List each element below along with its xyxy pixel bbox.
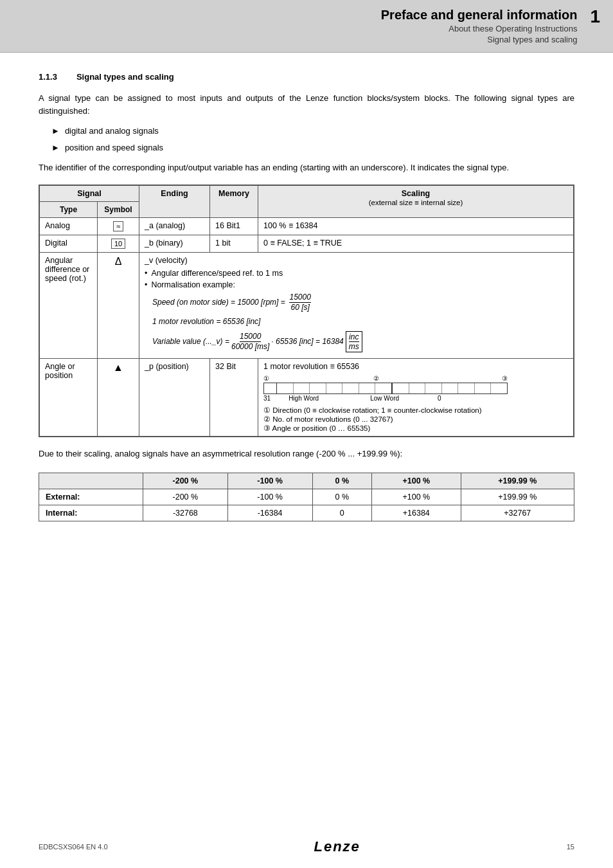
angular-bullet1: • Angular difference/speed ref. to 1 ms bbox=[145, 269, 568, 278]
var-unit-box: inc ms bbox=[346, 331, 362, 352]
td-analog-memory: 16 Bit1 bbox=[210, 217, 258, 235]
speed-fraction: 15000 60 [s] bbox=[289, 293, 310, 312]
bit-labels-top: ① ② ③ bbox=[263, 375, 508, 382]
scaling-paragraph: Due to their scaling, analog signals hav… bbox=[39, 448, 574, 460]
scaling-int-0: 0 bbox=[312, 505, 372, 521]
page-footer: EDBCSXS064 EN 4.0 Lenze 15 bbox=[0, 838, 613, 855]
angle-note-angle: ③ Angle or position (0 … 65535) bbox=[263, 424, 568, 433]
scaling-th-0: 0 % bbox=[312, 473, 372, 489]
var-fraction: 15000 60000 [ms] bbox=[231, 332, 269, 351]
var-frac-num: 15000 bbox=[240, 332, 261, 342]
section-number: 1.1.3 bbox=[39, 72, 57, 82]
td-digital-scaling: 0 ≡ FALSE; 1 ≡ TRUE bbox=[258, 235, 574, 252]
td-analog-type: Analog bbox=[40, 217, 98, 235]
scaling-int-neg32768: -32768 bbox=[143, 505, 227, 521]
intro-paragraph: A signal type can be assigned to most in… bbox=[39, 92, 574, 117]
low-word-ticks bbox=[393, 383, 507, 393]
angular-notes: • Angular difference/speed ref. to 1 ms … bbox=[145, 269, 568, 352]
scaling-th-label bbox=[39, 473, 143, 489]
delta-symbol: Δ bbox=[115, 256, 122, 267]
scaling-th-neg200: -200 % bbox=[143, 473, 227, 489]
footer-page: 15 bbox=[567, 843, 574, 851]
th-symbol: Symbol bbox=[98, 201, 139, 217]
section-title: Signal types and scaling bbox=[76, 72, 174, 82]
bit-circle3: ③ bbox=[502, 375, 508, 382]
td-digital-memory: 1 bit bbox=[210, 235, 258, 252]
scaling-table: -200 % -100 % 0 % +100 % +199.99 % Exter… bbox=[39, 473, 574, 521]
header-page-number: 1 bbox=[590, 8, 600, 26]
scaling-internal-label: Internal: bbox=[39, 505, 143, 521]
scaling-ext-neg100: -100 % bbox=[227, 489, 312, 505]
var-multiply: · 65536 [inc] = 16384 bbox=[271, 337, 343, 346]
td-analog-symbol: ≈ bbox=[98, 217, 139, 235]
td-angular-symbol: Δ bbox=[98, 252, 139, 358]
td-analog-scaling: 100 % ≡ 16384 bbox=[258, 217, 574, 235]
triangle-filled-symbol: ▲ bbox=[113, 362, 123, 373]
bullet-text-1: digital and analog signals bbox=[65, 125, 159, 138]
identifier-paragraph: The identifier of the corresponding inpu… bbox=[39, 161, 574, 174]
bit-31-label: 31 bbox=[263, 395, 271, 402]
td-angular-type: Angulardifference orspeed (rot.) bbox=[40, 252, 98, 358]
scaling-row-external: External: -200 % -100 % 0 % +100 % +199.… bbox=[39, 489, 574, 505]
bullet-list: ► digital and analog signals ► position … bbox=[51, 125, 574, 154]
td-angular-content: _v (velocity) • Angular difference/speed… bbox=[139, 252, 574, 358]
angle-note-revolutions: ② No. of motor revolutions (0 ... 32767) bbox=[263, 415, 568, 424]
bit-circle2: ② bbox=[373, 375, 379, 382]
td-analog-ending: _a (analog) bbox=[139, 217, 210, 235]
signal-table-wrapper: Signal Ending Memory Scaling(external si… bbox=[39, 185, 574, 437]
scaling-row-internal: Internal: -32768 -16384 0 +16384 +32767 bbox=[39, 505, 574, 521]
high-word-ticks bbox=[277, 383, 391, 393]
header-subtitle1: About these Operating Instructions bbox=[13, 24, 577, 33]
bullet-item-1: ► digital and analog signals bbox=[51, 125, 574, 138]
bit-0-label: 0 bbox=[438, 395, 441, 402]
header-subtitle2: Signal types and scaling bbox=[13, 35, 577, 44]
table-row-angular: Angulardifference orspeed (rot.) Δ _v (v… bbox=[40, 252, 574, 358]
th-scaling: Scaling(external size ≡ internal size) bbox=[258, 185, 574, 217]
angle-scaling-text: 1 motor revolution ≡ 65536 bbox=[263, 362, 568, 371]
variable-formula: Variable value (..._v) = 15000 60000 [ms… bbox=[152, 331, 568, 352]
td-angle-symbol: ▲ bbox=[98, 358, 139, 436]
low-word-label: Low Word bbox=[370, 395, 399, 402]
scaling-th-pos100: +100 % bbox=[372, 473, 461, 489]
bit-diagram: ① ② ③ bbox=[263, 375, 568, 402]
bullet-item-2: ► position and speed signals bbox=[51, 141, 574, 154]
angular-bullet2-dot: • bbox=[145, 280, 147, 289]
scaling-ext-pos199: +199.99 % bbox=[461, 489, 574, 505]
speed-frac-num: 15000 bbox=[289, 293, 310, 303]
table-row-analog: Analog ≈ _a (analog) 16 Bit1 100 % ≡ 163… bbox=[40, 217, 574, 235]
th-memory: Memory bbox=[210, 185, 258, 217]
td-digital-ending: _b (binary) bbox=[139, 235, 210, 252]
analog-symbol-box: ≈ bbox=[113, 221, 123, 231]
bullet-arrow-2: ► bbox=[51, 141, 60, 154]
bullet-arrow-1: ► bbox=[51, 125, 60, 138]
angular-bullet1-dot: • bbox=[145, 269, 147, 278]
td-angle-type: Angle or position bbox=[40, 358, 98, 436]
td-angle-memory: 32 Bit bbox=[210, 358, 258, 436]
var-unit-den: ms bbox=[349, 342, 359, 351]
high-word-label: High Word bbox=[289, 395, 319, 402]
bit-labels-bottom: 31 High Word Low Word 0 bbox=[263, 395, 508, 402]
footer-doc-id: EDBCSXS064 EN 4.0 bbox=[39, 843, 108, 851]
th-signal: Signal bbox=[40, 185, 139, 201]
footer-logo: Lenze bbox=[314, 838, 360, 855]
td-angular-ending: _v (velocity) bbox=[145, 256, 568, 265]
table-header-row-1: Signal Ending Memory Scaling(external si… bbox=[40, 185, 574, 201]
motor-rev-formula: 1 motor revolution = 65536 [inc] bbox=[152, 317, 568, 326]
scaling-int-pos32767: +32767 bbox=[461, 505, 574, 521]
low-word-segment bbox=[393, 383, 507, 393]
scaling-int-neg16384: -16384 bbox=[227, 505, 312, 521]
bit-bar bbox=[263, 383, 508, 394]
digital-symbol-box: 10 bbox=[111, 239, 125, 249]
scaling-th-neg100: -100 % bbox=[227, 473, 312, 489]
td-digital-type: Digital bbox=[40, 235, 98, 252]
signal-table: Signal Ending Memory Scaling(external si… bbox=[39, 185, 574, 437]
scaling-header-row: -200 % -100 % 0 % +100 % +199.99 % bbox=[39, 473, 574, 489]
bit-circle1: ① bbox=[263, 375, 269, 382]
td-angle-scaling: 1 motor revolution ≡ 65536 ① ② ③ bbox=[258, 358, 574, 436]
bullet-text-2: position and speed signals bbox=[65, 141, 163, 154]
section-heading: 1.1.3 Signal types and scaling bbox=[39, 72, 574, 82]
th-ending: Ending bbox=[139, 185, 210, 217]
angular-bullet2: • Normalisation example: bbox=[145, 280, 568, 289]
var-unit-num: inc bbox=[349, 332, 359, 341]
scaling-table-wrapper: -200 % -100 % 0 % +100 % +199.99 % Exter… bbox=[39, 473, 574, 521]
